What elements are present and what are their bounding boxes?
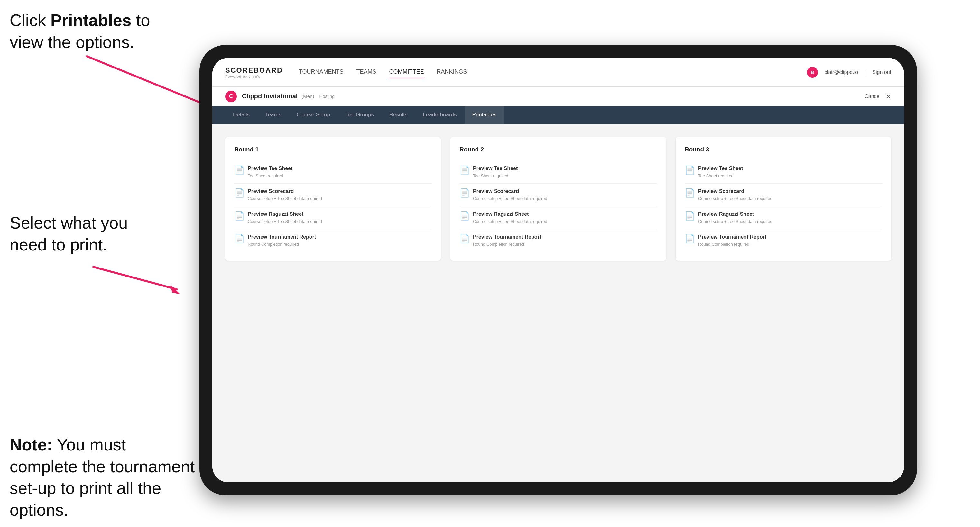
round-3-title: Round 3	[685, 146, 882, 153]
tablet-frame: SCOREBOARD Powered by clipp'd TOURNAMENT…	[199, 45, 917, 495]
doc-icon: 📄	[460, 188, 468, 199]
nav-right: B blair@clippd.io | Sign out	[807, 67, 891, 78]
round-3-tournament-report[interactable]: 📄 Preview Tournament Report Round Comple…	[685, 229, 882, 252]
item-title: Preview Tournament Report	[248, 234, 316, 241]
item-subtitle: Round Completion required	[698, 241, 766, 247]
annotation-top: Click Printables toview the options.	[10, 10, 190, 53]
item-subtitle: Course setup + Tee Sheet data required	[248, 219, 322, 224]
tab-tee-groups[interactable]: Tee Groups	[338, 106, 382, 124]
round-1-title: Round 1	[234, 146, 432, 153]
item-title: Preview Scorecard	[473, 188, 547, 195]
annotation-middle: Select what youneed to print.	[10, 212, 190, 256]
nav-links: TOURNAMENTS TEAMS COMMITTEE RANKINGS	[299, 66, 807, 78]
round-3-column: Round 3 📄 Preview Tee Sheet Tee Sheet re…	[676, 137, 891, 261]
nav-teams[interactable]: TEAMS	[356, 66, 376, 78]
item-subtitle: Course setup + Tee Sheet data required	[248, 196, 322, 202]
tablet-screen: SCOREBOARD Powered by clipp'd TOURNAMENT…	[212, 58, 904, 482]
cancel-button[interactable]: Cancel	[864, 94, 881, 99]
item-title: Preview Scorecard	[698, 188, 773, 195]
round-1-tournament-report[interactable]: 📄 Preview Tournament Report Round Comple…	[234, 229, 432, 252]
tab-printables[interactable]: Printables	[465, 106, 504, 124]
round-2-scorecard[interactable]: 📄 Preview Scorecard Course setup + Tee S…	[460, 184, 657, 206]
doc-icon: 📄	[234, 234, 243, 245]
doc-icon: 📄	[685, 188, 694, 199]
item-subtitle: Tee Sheet required	[698, 173, 743, 179]
round-2-tournament-report[interactable]: 📄 Preview Tournament Report Round Comple…	[460, 229, 657, 252]
round-2-raguzzi[interactable]: 📄 Preview Raguzzi Sheet Course setup + T…	[460, 206, 657, 229]
tab-course-setup[interactable]: Course Setup	[289, 106, 338, 124]
tab-teams[interactable]: Teams	[258, 106, 289, 124]
close-button[interactable]: ✕	[886, 93, 891, 100]
round-2-title: Round 2	[460, 146, 657, 153]
sign-out-link[interactable]: Sign out	[872, 70, 891, 75]
doc-icon: 📄	[460, 211, 468, 222]
arrow-middle-icon	[87, 260, 190, 312]
item-title: Preview Raguzzi Sheet	[473, 211, 547, 217]
svg-line-2	[93, 267, 177, 289]
item-title: Preview Tee Sheet	[473, 165, 518, 172]
doc-icon: 📄	[685, 211, 694, 222]
tab-results[interactable]: Results	[382, 106, 415, 124]
item-title: Preview Tee Sheet	[698, 165, 743, 172]
round-1-raguzzi[interactable]: 📄 Preview Raguzzi Sheet Course setup + T…	[234, 206, 432, 229]
hosting-badge: Hosting	[320, 94, 335, 99]
separator: |	[864, 70, 866, 75]
item-subtitle: Course setup + Tee Sheet data required	[698, 196, 773, 202]
nav-tournaments[interactable]: TOURNAMENTS	[299, 66, 344, 78]
item-title: Preview Tournament Report	[473, 234, 541, 241]
tab-leaderboards[interactable]: Leaderboards	[415, 106, 465, 124]
doc-icon: 📄	[234, 211, 243, 222]
item-subtitle: Course setup + Tee Sheet data required	[473, 219, 547, 224]
nav-rankings[interactable]: RANKINGS	[437, 66, 467, 78]
item-subtitle: Tee Sheet required	[248, 173, 293, 179]
sub-header-right: Cancel ✕	[864, 93, 891, 100]
item-title: Preview Scorecard	[248, 188, 322, 195]
tournament-tag: (Men)	[301, 94, 314, 99]
brand-title: SCOREBOARD	[225, 66, 283, 75]
brand-subtitle: Powered by clipp'd	[225, 75, 283, 78]
user-email: blair@clippd.io	[824, 70, 858, 75]
round-2-tee-sheet[interactable]: 📄 Preview Tee Sheet Tee Sheet required	[460, 161, 657, 184]
doc-icon: 📄	[460, 234, 468, 245]
sub-header: C Clippd Invitational (Men) Hosting Canc…	[212, 87, 904, 106]
item-title: Preview Raguzzi Sheet	[248, 211, 322, 217]
item-title: Preview Tee Sheet	[248, 165, 293, 172]
tournament-logo: C	[225, 90, 237, 102]
tab-bar: Details Teams Course Setup Tee Groups Re…	[212, 106, 904, 124]
brand: SCOREBOARD Powered by clipp'd	[225, 66, 283, 78]
doc-icon: 📄	[685, 165, 694, 176]
doc-icon: 📄	[234, 165, 243, 176]
rounds-container: Round 1 📄 Preview Tee Sheet Tee Sheet re…	[225, 137, 891, 261]
round-1-tee-sheet[interactable]: 📄 Preview Tee Sheet Tee Sheet required	[234, 161, 432, 184]
main-content: Round 1 📄 Preview Tee Sheet Tee Sheet re…	[212, 124, 904, 482]
item-subtitle: Tee Sheet required	[473, 173, 518, 179]
annotation-bottom: Note: You must complete the tournament s…	[10, 434, 196, 521]
item-subtitle: Round Completion required	[473, 241, 541, 247]
tab-details[interactable]: Details	[225, 106, 258, 124]
doc-icon: 📄	[460, 165, 468, 176]
user-avatar: B	[807, 67, 818, 78]
app-container: SCOREBOARD Powered by clipp'd TOURNAMENT…	[212, 58, 904, 482]
round-3-raguzzi[interactable]: 📄 Preview Raguzzi Sheet Course setup + T…	[685, 206, 882, 229]
item-subtitle: Course setup + Tee Sheet data required	[473, 196, 547, 202]
item-title: Preview Raguzzi Sheet	[698, 211, 773, 217]
top-nav: SCOREBOARD Powered by clipp'd TOURNAMENT…	[212, 58, 904, 87]
round-3-scorecard[interactable]: 📄 Preview Scorecard Course setup + Tee S…	[685, 184, 882, 206]
nav-committee[interactable]: COMMITTEE	[389, 66, 424, 78]
svg-marker-3	[170, 285, 180, 294]
doc-icon: 📄	[234, 188, 243, 199]
item-subtitle: Round Completion required	[248, 241, 316, 247]
doc-icon: 📄	[685, 234, 694, 245]
round-1-scorecard[interactable]: 📄 Preview Scorecard Course setup + Tee S…	[234, 184, 432, 206]
item-subtitle: Course setup + Tee Sheet data required	[698, 219, 773, 224]
round-2-column: Round 2 📄 Preview Tee Sheet Tee Sheet re…	[450, 137, 666, 261]
round-3-tee-sheet[interactable]: 📄 Preview Tee Sheet Tee Sheet required	[685, 161, 882, 184]
tournament-name: Clippd Invitational	[242, 93, 298, 100]
round-1-column: Round 1 📄 Preview Tee Sheet Tee Sheet re…	[225, 137, 441, 261]
item-title: Preview Tournament Report	[698, 234, 766, 241]
